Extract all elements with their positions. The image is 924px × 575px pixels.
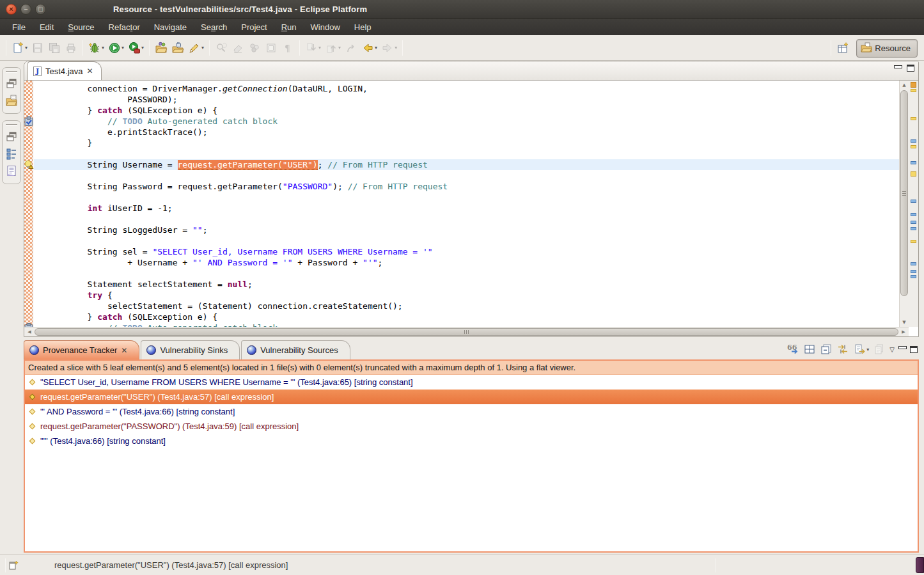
occurrence-marker[interactable]	[911, 240, 916, 243]
menu-project[interactable]: Project	[234, 19, 274, 35]
back-button[interactable]: ▾	[360, 40, 379, 56]
task-marker-icon[interactable]	[24, 116, 34, 126]
open-perspective-button[interactable]	[835, 40, 850, 56]
menu-edit[interactable]: Edit	[33, 19, 61, 35]
run-button[interactable]: ▾	[107, 40, 125, 56]
dropdown-caret-icon[interactable]: ▾	[375, 45, 377, 51]
reorient-button[interactable]	[836, 343, 849, 356]
slice-item-label: "' AND Password = '" (Test4.java:66) [st…	[40, 407, 235, 416]
code-line: connection = DriverManager.getConnection…	[34, 83, 899, 94]
bulb-marker-icon[interactable]	[24, 159, 34, 169]
new-wizard-button[interactable]: ▾	[10, 40, 29, 56]
dropdown-caret-icon[interactable]: ▾	[121, 45, 124, 51]
code-line: int iUserID = -1;	[34, 203, 899, 214]
vertical-scrollbar[interactable]: ▲ ▼	[899, 81, 909, 327]
minimized-view-stack	[2, 67, 21, 114]
menu-source[interactable]: Source	[61, 19, 101, 35]
dropdown-caret-icon[interactable]: ▾	[141, 45, 144, 51]
provenance-marker[interactable]	[911, 227, 916, 230]
vertical-scroll-thumb[interactable]	[900, 90, 908, 296]
collapse-all-button[interactable]	[820, 343, 833, 356]
editor-tab-test4-java[interactable]: J Test4.java ✕	[27, 61, 102, 80]
slice-item[interactable]: request.getParameter("PASSWORD") (Test4.…	[25, 419, 918, 434]
scroll-left-icon[interactable]: ◀	[25, 327, 34, 336]
menu-window[interactable]: Window	[304, 19, 347, 35]
slice-item[interactable]: "'" (Test4.java:66) [string constant]	[25, 434, 918, 448]
panel-maximize-button[interactable]	[910, 346, 918, 353]
overview-ruler[interactable]	[909, 81, 918, 327]
diamond-icon	[29, 409, 36, 415]
menu-refactor[interactable]: Refactor	[102, 19, 147, 35]
slice-item[interactable]: request.getParameter("USER") (Test4.java…	[25, 390, 918, 404]
java-file-icon: J	[33, 67, 42, 76]
menu-search[interactable]: Search	[194, 19, 234, 35]
occurrence-marker[interactable]	[911, 171, 916, 177]
slice-item[interactable]: "' AND Password = '" (Test4.java:66) [st…	[25, 404, 918, 419]
panel-minimize-button[interactable]	[898, 346, 906, 352]
annotation-ruler[interactable]	[24, 81, 33, 327]
minimize-window-icon[interactable]: −	[20, 4, 31, 15]
open-type-button[interactable]	[153, 40, 169, 56]
close-tab-icon[interactable]: ✕	[121, 346, 127, 355]
editor-tab-label: Test4.java	[45, 67, 83, 76]
window-trim-icon[interactable]	[8, 560, 19, 573]
horizontal-scrollbar[interactable]: ◀ ▶	[24, 327, 909, 336]
tasklist-icon[interactable]	[4, 163, 19, 178]
expressions-button[interactable]: 66	[787, 343, 799, 356]
restore-view-icon[interactable]	[4, 129, 19, 144]
mark-pen-button[interactable]: ▾	[187, 40, 205, 56]
close-tab-icon[interactable]: ✕	[87, 67, 93, 75]
occurrence-marker[interactable]	[911, 89, 916, 92]
code-line: String Password = request.getParameter("…	[34, 181, 899, 192]
provenance-marker[interactable]	[911, 139, 916, 143]
tab-vulnerability-sources[interactable]: Vulnerability Sources	[241, 340, 350, 359]
toolbar-group: ▾▾▾	[86, 40, 146, 56]
tab-provenance-tracker[interactable]: Provenance Tracker✕	[24, 340, 139, 359]
dropdown-caret-icon[interactable]: ▾	[25, 45, 27, 51]
occurrence-marker[interactable]	[911, 117, 916, 120]
tab-vulnerability-sinks[interactable]: Vulnerability Sinks	[141, 340, 240, 359]
view-menu-button[interactable]: ▽	[889, 346, 895, 353]
code-line: e.printStackTrace();	[34, 127, 899, 138]
project-explorer-icon[interactable]	[4, 93, 19, 108]
maximize-window-icon[interactable]: □	[35, 4, 46, 15]
outline-icon[interactable]	[4, 146, 19, 161]
horizontal-scroll-thumb[interactable]	[35, 328, 898, 336]
provenance-marker[interactable]	[911, 161, 916, 164]
provenance-marker[interactable]	[911, 221, 916, 224]
scroll-right-icon[interactable]: ▶	[899, 327, 908, 336]
menu-file[interactable]: File	[5, 19, 33, 35]
provenance-marker[interactable]	[911, 270, 916, 273]
dropdown-caret-icon[interactable]: ▾	[102, 45, 104, 51]
tab-label: Vulnerability Sinks	[160, 345, 228, 355]
separator	[716, 558, 716, 572]
run-external-button[interactable]: ▾	[127, 40, 145, 56]
separator	[82, 40, 83, 56]
debug-button[interactable]: ▾	[87, 40, 106, 56]
restore-view-icon[interactable]	[4, 75, 19, 91]
maximize-editor-icon[interactable]	[907, 65, 914, 72]
menu-navigate[interactable]: Navigate	[147, 19, 194, 35]
occurrence-marker[interactable]	[911, 145, 916, 148]
provenance-marker[interactable]	[911, 275, 916, 278]
slice-item[interactable]: "SELECT User_id, Username FROM USERS WHE…	[25, 375, 918, 390]
code-editor[interactable]: connection = DriverManager.getConnection…	[34, 81, 899, 327]
scroll-up-icon[interactable]: ▲	[900, 81, 909, 89]
dropdown-caret-icon[interactable]: ▾	[201, 45, 204, 51]
status-bar: request.getParameter("USER") (Test4.java…	[0, 555, 924, 575]
scroll-down-icon[interactable]: ▼	[900, 319, 909, 326]
overview-ruler-header[interactable]	[911, 82, 916, 88]
menu-run[interactable]: Run	[274, 19, 304, 35]
menu-help[interactable]: Help	[347, 19, 379, 35]
import-folder-button[interactable]	[170, 40, 185, 56]
grid-button[interactable]	[803, 343, 816, 356]
provenance-marker[interactable]	[911, 200, 916, 203]
close-window-icon[interactable]: ×	[6, 4, 17, 15]
provenance-marker[interactable]	[911, 262, 916, 265]
stack-drag-handle[interactable]	[6, 71, 17, 73]
provenance-marker[interactable]	[911, 213, 916, 216]
stack-drag-handle[interactable]	[6, 124, 17, 126]
minimize-editor-icon[interactable]	[894, 65, 902, 72]
export-slice-button[interactable]: ▾	[853, 343, 869, 356]
resource-perspective-button[interactable]: Resource	[856, 39, 918, 58]
